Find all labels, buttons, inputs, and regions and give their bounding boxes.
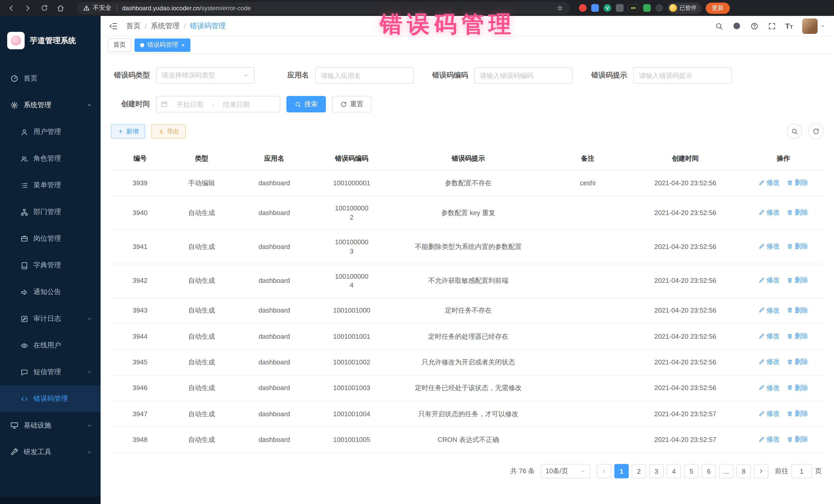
calendar-icon xyxy=(161,101,168,108)
extension-icon[interactable]: V xyxy=(603,4,611,12)
extension-icon[interactable] xyxy=(643,4,651,12)
delete-link[interactable]: 删除 xyxy=(787,332,808,341)
profile-paused-chip[interactable]: 已暂停 xyxy=(667,2,702,14)
pager-prev-button[interactable] xyxy=(597,464,611,479)
github-icon[interactable] xyxy=(732,22,741,30)
sidebar-item-online-users[interactable]: 在线用户 xyxy=(0,332,101,359)
table-cell: 只有开启状态的任务，才可以修改 xyxy=(389,401,548,427)
delete-link[interactable]: 删除 xyxy=(787,208,808,217)
sidebar-item-error-code[interactable]: 错误码管理 xyxy=(0,386,101,412)
error-type-select[interactable]: 请选择错误码类型 xyxy=(156,67,255,84)
forward-icon[interactable] xyxy=(22,2,34,14)
tabs-bar: 首页 错误码管理 × xyxy=(101,37,834,54)
sidebar-toggle-icon[interactable] xyxy=(109,21,118,30)
edit-link[interactable]: 修改 xyxy=(759,383,780,392)
pager-page-3[interactable]: 3 xyxy=(649,464,664,479)
app-logo[interactable]: 芋道管理系统 xyxy=(0,16,101,65)
pager-page-4[interactable]: 4 xyxy=(667,464,681,479)
edit-link[interactable]: 修改 xyxy=(759,435,780,444)
reset-button[interactable]: 重置 xyxy=(332,96,372,112)
tab-error-code[interactable]: 错误码管理 × xyxy=(134,38,191,51)
pager-page-6[interactable]: 6 xyxy=(702,464,716,479)
font-size-icon[interactable]: TT xyxy=(785,22,793,30)
trash-icon xyxy=(787,333,793,339)
create-time-range-picker[interactable]: - xyxy=(156,96,280,112)
edit-link[interactable]: 修改 xyxy=(759,242,780,251)
help-icon[interactable] xyxy=(750,22,758,30)
error-code-input[interactable] xyxy=(474,67,573,84)
start-date-input[interactable] xyxy=(170,100,210,108)
add-button[interactable]: 新增 xyxy=(111,124,145,138)
tab-home[interactable]: 首页 xyxy=(108,38,131,51)
extension-icon[interactable]: on xyxy=(628,4,638,12)
delete-link[interactable]: 删除 xyxy=(787,306,808,314)
edit-link[interactable]: 修改 xyxy=(759,409,780,418)
tab-close-icon[interactable]: × xyxy=(181,42,185,48)
sidebar-group-sms[interactable]: 短信管理 xyxy=(0,359,101,386)
table-cell: 自动生成 xyxy=(169,324,234,350)
search-icon[interactable] xyxy=(715,22,723,30)
pager-ellipsis[interactable]: ... xyxy=(719,464,733,479)
breadcrumb-home[interactable]: 首页 xyxy=(126,21,140,30)
user-menu[interactable] xyxy=(802,18,826,34)
extension-icon[interactable] xyxy=(616,4,623,12)
table-cell: 1001001004 xyxy=(314,401,389,427)
sidebar-group-devtools[interactable]: 研发工具 xyxy=(0,439,101,465)
end-date-input[interactable] xyxy=(216,100,256,108)
error-hint-input[interactable] xyxy=(633,67,732,84)
pencil-icon xyxy=(759,359,765,365)
trash-icon xyxy=(787,410,793,416)
sidebar-group-system[interactable]: 系统管理 xyxy=(0,92,101,118)
pager-page-1[interactable]: 1 xyxy=(614,464,629,479)
refresh-table-button[interactable] xyxy=(808,124,824,139)
delete-link[interactable]: 删除 xyxy=(787,242,808,251)
pager-page-5[interactable]: 5 xyxy=(684,464,699,479)
edit-link[interactable]: 修改 xyxy=(759,208,780,217)
sidebar-item-notices[interactable]: 通知公告 xyxy=(0,279,101,305)
table-cell: 自动生成 xyxy=(169,375,234,401)
sidebar-item-menus[interactable]: 菜单管理 xyxy=(0,172,101,199)
edit-link[interactable]: 修改 xyxy=(759,357,780,366)
sidebar-item-roles[interactable]: 角色管理 xyxy=(0,145,101,172)
delete-link[interactable]: 删除 xyxy=(787,383,808,392)
edit-link[interactable]: 修改 xyxy=(759,276,780,285)
toggle-search-button[interactable] xyxy=(787,124,802,139)
edit-link[interactable]: 修改 xyxy=(759,306,780,314)
goto-page-input[interactable] xyxy=(791,464,812,479)
browser-update-button[interactable]: 更新 xyxy=(706,2,730,14)
delete-link[interactable]: 删除 xyxy=(787,357,808,366)
sidebar-item-positions[interactable]: 岗位管理 xyxy=(0,225,101,252)
sidebar-item-users[interactable]: 用户管理 xyxy=(0,118,101,145)
delete-link[interactable]: 删除 xyxy=(787,276,808,285)
pager-page-8[interactable]: 8 xyxy=(737,464,751,479)
extension-icon[interactable] xyxy=(579,4,587,12)
pager-next-button[interactable] xyxy=(754,464,768,479)
fullscreen-icon[interactable] xyxy=(768,22,776,30)
delete-link[interactable]: 删除 xyxy=(787,409,808,418)
sidebar-group-audit-logs[interactable]: 审计日志 xyxy=(0,305,101,332)
table-cell xyxy=(548,375,628,401)
delete-link[interactable]: 删除 xyxy=(787,435,808,444)
delete-link[interactable]: 删除 xyxy=(787,178,808,187)
total-count: 共 76 条 xyxy=(510,467,535,476)
sidebar-group-infrastructure[interactable]: 基础设施 xyxy=(0,412,101,439)
sidebar-item-home[interactable]: 首页 xyxy=(0,65,101,92)
row-actions: 修改删除 xyxy=(743,264,824,298)
search-button[interactable]: 搜索 xyxy=(286,96,326,112)
extension-icon[interactable] xyxy=(591,4,599,12)
page-size-select[interactable]: 10条/页 xyxy=(541,464,590,479)
address-bar[interactable]: 不安全 dashboard.yudao.iocoder.cn/system/er… xyxy=(77,2,570,14)
app-name-input[interactable] xyxy=(315,67,414,84)
export-button[interactable]: 导出 xyxy=(151,124,186,138)
browser-home-icon[interactable] xyxy=(54,2,67,14)
bookmark-star-icon[interactable] xyxy=(556,4,564,12)
extension-icon[interactable] xyxy=(655,4,663,12)
edit-link[interactable]: 修改 xyxy=(759,178,780,187)
breadcrumb-system[interactable]: 系统管理 xyxy=(151,21,180,30)
edit-link[interactable]: 修改 xyxy=(759,332,780,341)
reload-icon[interactable] xyxy=(38,2,50,14)
sidebar-item-departments[interactable]: 部门管理 xyxy=(0,199,101,225)
pager-page-2[interactable]: 2 xyxy=(632,464,646,479)
back-icon[interactable] xyxy=(5,2,18,14)
sidebar-item-dictionary[interactable]: 字典管理 xyxy=(0,252,101,279)
